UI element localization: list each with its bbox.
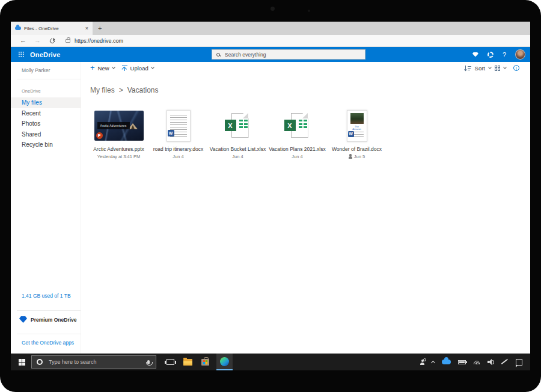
url-text[interactable]: https://onedrive.com: [75, 38, 123, 44]
file-name: Arctic Adventures.pptx: [93, 146, 144, 152]
page-fold: [302, 113, 308, 118]
command-bar: + New Upload Sort: [81, 62, 530, 74]
screen: Files - OneDrive × + ← → https://onedriv…: [11, 22, 530, 370]
get-onedrive-apps-link[interactable]: Get the OneDrive apps: [11, 334, 81, 354]
file-name: Wonder of Brazil.docx: [332, 146, 382, 152]
browser-tab-bar: Files - OneDrive × +: [11, 22, 530, 35]
premium-diamond-icon[interactable]: [472, 52, 478, 57]
file-date: Jun 4: [292, 154, 302, 159]
breadcrumb: My files > Vacations: [90, 86, 159, 94]
start-button-windows-icon[interactable]: [19, 359, 25, 366]
edge-icon: [220, 357, 229, 366]
pptx-thumbnail: Arctic Adventures P: [94, 111, 144, 141]
sidebar-item-photos[interactable]: Photos: [11, 118, 81, 129]
breadcrumb-my-files[interactable]: My files: [90, 86, 115, 94]
shared-icon: [349, 156, 352, 159]
show-hidden-icons-chevron[interactable]: [431, 360, 435, 364]
docx-thumbnail: The Amazon Rainforest W: [347, 110, 367, 142]
excel-icon: X: [225, 120, 236, 131]
settings-gear-icon[interactable]: [488, 52, 494, 58]
sidebar-footer: 1.41 GB used of 1 TB Premium OneDrive Ge…: [11, 293, 81, 354]
view-layout-grid-icon[interactable]: [495, 66, 500, 71]
file-name: Vacation Plans 2021.xlsx: [269, 146, 325, 152]
file-tile-road-trip-itinerary[interactable]: W road trip itinerary.docx Jun 4: [148, 109, 208, 159]
onedrive-header: OneDrive ?: [11, 47, 530, 62]
word-icon: W: [168, 130, 174, 136]
sidebar-section-label: OneDrive: [11, 79, 81, 97]
back-icon[interactable]: ←: [20, 37, 26, 44]
refresh-icon[interactable]: [49, 37, 55, 44]
breadcrumb-current-folder: Vacations: [127, 86, 159, 94]
action-center-icon[interactable]: [516, 359, 522, 366]
upload-icon: [122, 66, 127, 71]
docx-thumbnail: W: [167, 110, 191, 142]
search-input[interactable]: [224, 51, 361, 58]
thumbnail-title: Arctic Adventures: [97, 122, 130, 129]
premium-onedrive-item[interactable]: Premium OneDrive: [11, 311, 81, 328]
file-name: Vacation Bucket List.xlsx: [210, 146, 266, 152]
storage-usage-link[interactable]: 1.41 GB used of 1 TB: [11, 293, 81, 305]
search-box[interactable]: [212, 49, 365, 60]
file-date: Jun 4: [173, 154, 183, 159]
cortana-icon[interactable]: [37, 359, 43, 365]
view-controls: Sort i: [465, 65, 530, 72]
spreadsheet-rows: [299, 120, 307, 128]
browser-address-bar: ← → https://onedrive.com: [11, 35, 530, 47]
system-tray: [420, 359, 522, 366]
edge-browser-taskbar-button[interactable]: [216, 354, 233, 370]
main-area: Molly Parker OneDrive My files Recent Ph…: [11, 62, 530, 354]
upload-button[interactable]: Upload: [122, 65, 159, 72]
word-icon: W: [348, 131, 354, 137]
sidebar: Molly Parker OneDrive My files Recent Ph…: [11, 62, 81, 354]
new-button[interactable]: + New: [90, 64, 120, 72]
file-tiles: Arctic Adventures P Arctic Adventures.pp…: [89, 109, 387, 159]
file-date: Jun 4: [232, 154, 243, 159]
premium-label: Premium OneDrive: [31, 317, 77, 323]
file-tile-wonder-of-brazil[interactable]: The Amazon Rainforest W Wonder of Brazil…: [327, 109, 387, 159]
taskbar-search-box[interactable]: [31, 355, 156, 369]
upload-button-label: Upload: [130, 65, 148, 72]
content-area: + New Upload Sort: [81, 62, 530, 354]
onedrive-tray-cloud-icon[interactable]: [442, 360, 451, 364]
file-tile-arctic-adventures[interactable]: Arctic Adventures P Arctic Adventures.pp…: [89, 109, 148, 159]
network-icon[interactable]: [473, 360, 480, 364]
file-date: Jun 5: [354, 154, 365, 159]
battery-icon[interactable]: [458, 360, 466, 364]
browser-tab[interactable]: Files - OneDrive ×: [11, 22, 93, 35]
forward-icon[interactable]: →: [34, 37, 41, 44]
microsoft-store-icon[interactable]: [201, 359, 209, 366]
page-fold: [243, 113, 248, 118]
microphone-icon[interactable]: [147, 360, 150, 364]
camera-sensor-dot: [308, 10, 310, 12]
user-avatar[interactable]: [515, 49, 525, 60]
sidebar-item-my-files[interactable]: My files: [11, 97, 81, 108]
sidebar-user-name: Molly Parker: [11, 62, 81, 73]
onedrive-brand[interactable]: OneDrive: [30, 51, 61, 58]
xlsx-file-icon: X: [284, 113, 311, 138]
header-actions: ?: [472, 47, 525, 62]
new-tab-button[interactable]: +: [93, 22, 107, 35]
file-tile-vacation-bucket-list[interactable]: X Vacation Bucket List.xlsx Jun 4: [208, 109, 267, 159]
chevron-down-icon: [112, 66, 115, 69]
sidebar-item-recent[interactable]: Recent: [11, 108, 81, 119]
app-launcher-waffle-icon[interactable]: [19, 52, 24, 57]
chevron-down-icon: [151, 66, 154, 69]
taskbar-search-input[interactable]: [47, 358, 147, 366]
people-icon[interactable]: [420, 363, 424, 365]
task-view-icon[interactable]: [167, 359, 174, 365]
windows-taskbar: [11, 354, 530, 370]
search-icon: [216, 53, 220, 57]
sort-button[interactable]: Sort: [475, 65, 485, 72]
lock-icon: [66, 39, 70, 43]
file-date: Yesterday at 3:41 PM: [97, 154, 140, 159]
windows-ink-pen-icon[interactable]: [501, 360, 507, 364]
file-tile-vacation-plans-2021[interactable]: X Vacation Plans 2021.xlsx Jun 4: [267, 109, 327, 159]
file-explorer-icon[interactable]: [183, 359, 192, 366]
close-tab-icon[interactable]: ×: [85, 25, 88, 31]
details-info-icon[interactable]: i: [513, 65, 519, 71]
sidebar-item-recycle-bin[interactable]: Recycle bin: [11, 139, 81, 150]
file-name: road trip itinerary.docx: [153, 146, 203, 152]
help-icon[interactable]: ?: [503, 51, 506, 58]
volume-icon[interactable]: [488, 359, 494, 365]
sidebar-item-shared[interactable]: Shared: [11, 129, 81, 140]
